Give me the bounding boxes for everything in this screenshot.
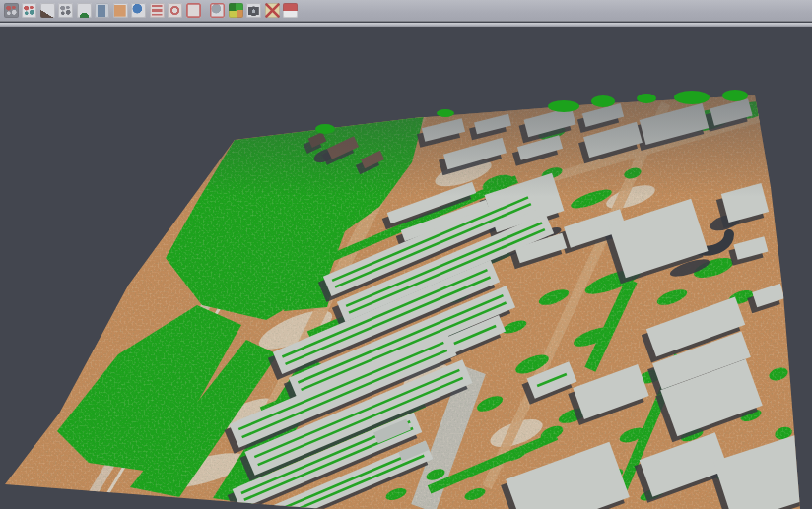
- toolbar-button-select-points[interactable]: [3, 3, 19, 19]
- toolbar-button-thin-points[interactable]: [58, 3, 74, 19]
- application-window: { "window": { "background": "#43464f", "…: [0, 0, 812, 509]
- toolbar-button-target[interactable]: [168, 3, 183, 19]
- orthophoto-icon: [113, 3, 128, 18]
- toolbar-button-terrain[interactable]: [39, 3, 55, 19]
- snapshot-camera-icon: [246, 3, 261, 18]
- classify-points-icon: [22, 3, 36, 18]
- layers-icon: [150, 3, 165, 18]
- toolbar-button-classification-map[interactable]: [228, 3, 243, 19]
- toolbar-button-clip-region[interactable]: [264, 3, 280, 19]
- selection-extent-icon: [186, 3, 201, 18]
- select-points-icon: [4, 3, 19, 18]
- classification-map-icon: [229, 3, 243, 18]
- toolbar-button-selection-extent[interactable]: [185, 3, 201, 19]
- vegetation-icon: [77, 3, 92, 18]
- toolbar-button-layers[interactable]: [149, 3, 165, 19]
- target-icon: [168, 3, 182, 18]
- globe-icon: [131, 3, 146, 18]
- toolbar-button-flag-marker[interactable]: [283, 3, 299, 19]
- toolbar-edge-divider: [0, 23, 812, 27]
- toolbar-button-snapshot-camera[interactable]: [246, 3, 262, 19]
- toolbar-button-globe[interactable]: [131, 3, 147, 19]
- toolbar-button-classify-points[interactable]: [22, 3, 37, 19]
- profile-icon: [95, 3, 109, 18]
- terrain-icon: [40, 3, 55, 18]
- toolbar-button-orthophoto[interactable]: [112, 3, 128, 19]
- thin-points-icon: [58, 3, 73, 18]
- toolbar-button-sphere-view[interactable]: [210, 3, 226, 19]
- clip-region-icon: [265, 3, 280, 18]
- toolbar-button-profile[interactable]: [95, 3, 110, 19]
- toolbar-button-vegetation[interactable]: [76, 3, 92, 19]
- sphere-view-icon: [210, 3, 225, 18]
- viewport-3d-scene[interactable]: [0, 0, 812, 509]
- main-toolbar: [0, 0, 812, 22]
- flag-marker-icon: [283, 3, 298, 18]
